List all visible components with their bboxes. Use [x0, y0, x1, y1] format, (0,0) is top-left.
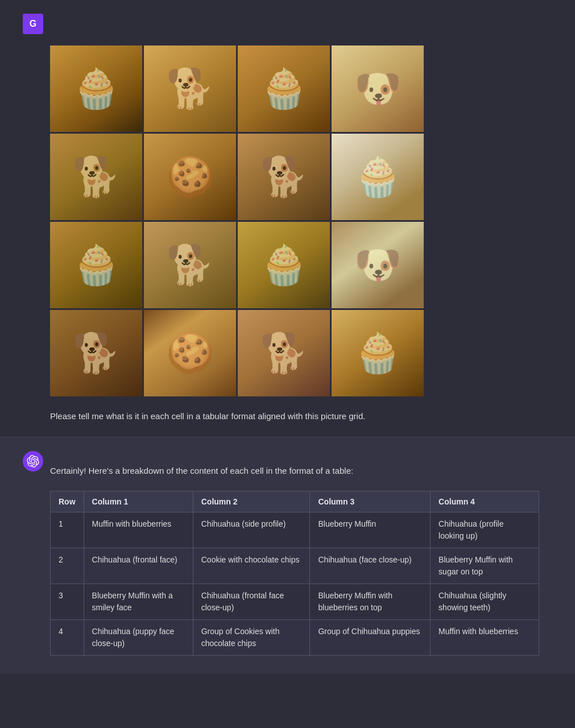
table-cell: Blueberry Muffin with blueberries on top	[310, 584, 431, 620]
user-avatar: G	[23, 14, 43, 34]
table-header: Column 3	[310, 491, 431, 512]
table-cell: 4	[51, 620, 84, 656]
table-cell: Chihuahua (frontal face close-up)	[193, 584, 310, 620]
table-cell: Chihuahua (slightly showing teeth)	[431, 584, 539, 620]
table-cell: 2	[51, 548, 84, 584]
grid-cell-r2c1: 🐕	[50, 134, 142, 220]
grid-cell-r1c4: 🐶	[332, 46, 424, 132]
table-cell: 3	[51, 584, 84, 620]
page-container: G 🧁🐕🧁🐶🐕🍪🐕🧁🧁🐕🧁🐶🐕🍪🐕🧁 Please tell me what i…	[0, 0, 575, 674]
table-cell: Group of Chihuahua puppies	[310, 620, 431, 656]
image-grid: 🧁🐕🧁🐶🐕🍪🐕🧁🧁🐕🧁🐶🐕🍪🐕🧁	[50, 46, 422, 396]
grid-cell-r1c3: 🧁	[238, 46, 330, 132]
user-caption: Please tell me what is it in each cell i…	[50, 410, 552, 423]
table-cell: 1	[51, 512, 84, 548]
content-table: RowColumn 1Column 2Column 3Column 41Muff…	[50, 491, 539, 656]
table-wrapper: RowColumn 1Column 2Column 3Column 41Muff…	[50, 491, 552, 656]
table-row: 4Chihuahua (puppy face close-up)Group of…	[51, 620, 539, 656]
table-cell: Chihuahua (frontal face)	[84, 548, 193, 584]
table-cell: Blueberry Muffin with sugar on top	[431, 548, 539, 584]
table-header: Row	[51, 491, 84, 512]
table-row: 1Muffin with blueberriesChihuahua (side …	[51, 512, 539, 548]
grid-cell-r2c2: 🍪	[144, 134, 236, 220]
grid-cell-r3c1: 🧁	[50, 222, 142, 308]
table-cell: Chihuahua (side profile)	[193, 512, 310, 548]
table-header: Column 4	[431, 491, 539, 512]
grid-cell-r4c3: 🐕	[238, 310, 330, 396]
ai-avatar	[23, 451, 43, 471]
grid-cell-r3c4: 🐶	[332, 222, 424, 308]
table-cell: Muffin with blueberries	[84, 512, 193, 548]
table-cell: Blueberry Muffin with a smiley face	[84, 584, 193, 620]
grid-cell-r3c2: 🐕	[144, 222, 236, 308]
table-cell: Muffin with blueberries	[431, 620, 539, 656]
table-cell: Chihuahua (face close-up)	[310, 548, 431, 584]
grid-cell-r2c3: 🐕	[238, 134, 330, 220]
grid-cell-r2c4: 🧁	[332, 134, 424, 220]
table-row: 2Chihuahua (frontal face)Cookie with cho…	[51, 548, 539, 584]
image-grid-container: 🧁🐕🧁🐶🐕🍪🐕🧁🧁🐕🧁🐶🐕🍪🐕🧁	[23, 46, 552, 396]
grid-cell-r4c2: 🍪	[144, 310, 236, 396]
table-cell: Group of Cookies with chocolate chips	[193, 620, 310, 656]
table-header: Column 1	[84, 491, 193, 512]
ai-intro-text: Certainly! Here's a breakdown of the con…	[50, 465, 552, 478]
grid-cell-r1c2: 🐕	[144, 46, 236, 132]
grid-cell-r3c3: 🧁	[238, 222, 330, 308]
user-message-section: G 🧁🐕🧁🐶🐕🍪🐕🧁🧁🐕🧁🐶🐕🍪🐕🧁 Please tell me what i…	[0, 0, 575, 437]
table-header: Column 2	[193, 491, 310, 512]
table-cell: Chihuahua (puppy face close-up)	[84, 620, 193, 656]
ai-message-section: Certainly! Here's a breakdown of the con…	[0, 437, 575, 675]
table-row: 3Blueberry Muffin with a smiley faceChih…	[51, 584, 539, 620]
table-cell: Cookie with chocolate chips	[193, 548, 310, 584]
table-cell: Chihuahua (profile looking up)	[431, 512, 539, 548]
grid-cell-r4c4: 🧁	[332, 310, 424, 396]
table-cell: Blueberry Muffin	[310, 512, 431, 548]
user-header: G	[23, 14, 552, 34]
grid-cell-r4c1: 🐕	[50, 310, 142, 396]
grid-cell-r1c1: 🧁	[50, 46, 142, 132]
